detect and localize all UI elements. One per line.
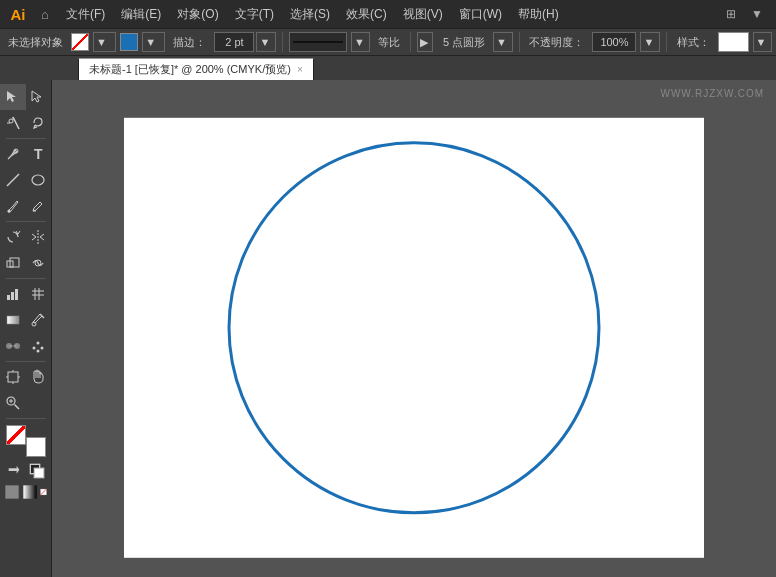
- graph-icon: [5, 286, 21, 302]
- expand-button[interactable]: ▼: [746, 3, 768, 25]
- menu-view[interactable]: 视图(V): [395, 0, 451, 28]
- svg-rect-30: [8, 372, 18, 382]
- stroke-swatch[interactable]: [120, 33, 138, 51]
- menu-help[interactable]: 帮助(H): [510, 0, 567, 28]
- svg-line-0: [13, 117, 19, 129]
- menu-object[interactable]: 对象(O): [169, 0, 226, 28]
- reflect-icon: [30, 229, 46, 245]
- reset-icon: [29, 463, 45, 479]
- scale-tool[interactable]: [0, 250, 26, 276]
- background-color-swatch[interactable]: [26, 437, 46, 457]
- color-fill-icon: [4, 484, 20, 500]
- transform-tools-row: [0, 224, 51, 250]
- line-icon: [5, 172, 21, 188]
- swap-colors-button[interactable]: [4, 461, 24, 481]
- divider-1: [282, 32, 283, 52]
- svg-point-6: [32, 175, 44, 185]
- stroke-input-group: ▼: [214, 32, 276, 52]
- svg-point-7: [7, 210, 10, 213]
- line-style-box[interactable]: [289, 32, 347, 52]
- hand-icon: [30, 369, 46, 385]
- tab-bar: 未标题-1 [已恢复]* @ 200% (CMYK/预览) ×: [0, 56, 776, 80]
- color-fill-button[interactable]: [4, 483, 20, 501]
- ellipse-shape[interactable]: [229, 142, 599, 512]
- magic-wand-icon: [5, 115, 21, 131]
- fill-dropdown[interactable]: ▼: [93, 32, 116, 52]
- gradient-fill-button[interactable]: [22, 483, 38, 501]
- gradient-tools-row: [0, 307, 51, 333]
- svg-line-5: [7, 174, 19, 186]
- canvas-area: WWW.RJZXW.COM: [52, 80, 776, 577]
- ellipse-tool[interactable]: [26, 167, 52, 193]
- document-tab[interactable]: 未标题-1 [已恢复]* @ 200% (CMYK/预览) ×: [78, 58, 314, 80]
- menu-window[interactable]: 窗口(W): [451, 0, 510, 28]
- menu-file[interactable]: 文件(F): [58, 0, 113, 28]
- gradient-tool[interactable]: [0, 307, 26, 333]
- foreground-color-swatch[interactable]: [6, 425, 26, 445]
- artboard-tool[interactable]: [0, 364, 26, 390]
- warp-tool[interactable]: [26, 250, 52, 276]
- brush-preset-dropdown[interactable]: ▶: [417, 32, 433, 52]
- line-style-dropdown[interactable]: ▼: [351, 32, 370, 52]
- selection-tool-row: [0, 84, 51, 110]
- no-fill-button[interactable]: [40, 483, 47, 501]
- blend-tool[interactable]: [0, 333, 26, 359]
- stroke-input[interactable]: [214, 32, 254, 52]
- line-style-preview: [293, 41, 343, 43]
- fill-swatch[interactable]: [71, 33, 89, 51]
- lasso-tool[interactable]: [26, 110, 52, 136]
- reset-colors-button[interactable]: [28, 461, 48, 481]
- selection-label: 未选择对象: [4, 35, 67, 50]
- svg-point-26: [37, 342, 40, 345]
- line-tool[interactable]: [0, 167, 26, 193]
- opacity-input[interactable]: [592, 32, 636, 52]
- stroke-label: 描边：: [169, 35, 210, 50]
- mesh-icon: [30, 286, 46, 302]
- main-area: T: [0, 80, 776, 577]
- artboard-icon: [5, 369, 21, 385]
- scale-icon: [5, 255, 21, 271]
- mesh-tool[interactable]: [26, 281, 52, 307]
- no-fill-icon: [40, 484, 47, 500]
- zoom-tool[interactable]: [0, 390, 26, 416]
- menu-edit[interactable]: 编辑(E): [113, 0, 169, 28]
- stroke-dropdown[interactable]: ▼: [142, 32, 165, 52]
- pen-tool[interactable]: [0, 141, 26, 167]
- pen-tools-row: T: [0, 141, 51, 167]
- eyedropper-tool[interactable]: [26, 307, 52, 333]
- reflect-tool[interactable]: [26, 224, 52, 250]
- drawing-canvas[interactable]: [124, 117, 704, 557]
- hand-tool[interactable]: [26, 364, 52, 390]
- artboard-tools-row: [0, 364, 51, 390]
- symbol-tool[interactable]: [26, 333, 52, 359]
- graph-tool[interactable]: [0, 281, 26, 307]
- zoom-tool-row: [0, 390, 51, 416]
- ai-logo: Ai: [4, 0, 32, 28]
- stroke-unit-dropdown[interactable]: ▼: [256, 32, 276, 52]
- selection-tool[interactable]: [0, 84, 26, 110]
- style-dropdown[interactable]: ▼: [753, 32, 772, 52]
- brush-dropdown[interactable]: ▼: [493, 32, 512, 52]
- swap-reset-row: [0, 461, 51, 481]
- rotate-tool[interactable]: [0, 224, 26, 250]
- svg-point-3: [9, 119, 13, 123]
- menu-type[interactable]: 文字(T): [227, 0, 282, 28]
- grid-view-button[interactable]: ⊞: [720, 3, 742, 25]
- menu-effect[interactable]: 效果(C): [338, 0, 395, 28]
- pencil-tool[interactable]: [26, 193, 52, 219]
- watermark: WWW.RJZXW.COM: [660, 88, 764, 99]
- menu-select[interactable]: 选择(S): [282, 0, 338, 28]
- opacity-dropdown[interactable]: ▼: [640, 32, 659, 52]
- fill-mode-row: [0, 481, 51, 503]
- svg-rect-41: [5, 485, 18, 498]
- home-button[interactable]: ⌂: [32, 1, 58, 27]
- proportion-label: 等比: [374, 35, 404, 50]
- lasso-icon: [30, 115, 46, 131]
- tab-close-button[interactable]: ×: [297, 64, 303, 75]
- paintbrush-tool[interactable]: [0, 193, 26, 219]
- direct-selection-tool[interactable]: [26, 84, 52, 110]
- magic-wand-tool[interactable]: [0, 110, 26, 136]
- style-box[interactable]: [718, 32, 749, 52]
- type-tool[interactable]: T: [26, 141, 52, 167]
- svg-rect-20: [7, 316, 19, 324]
